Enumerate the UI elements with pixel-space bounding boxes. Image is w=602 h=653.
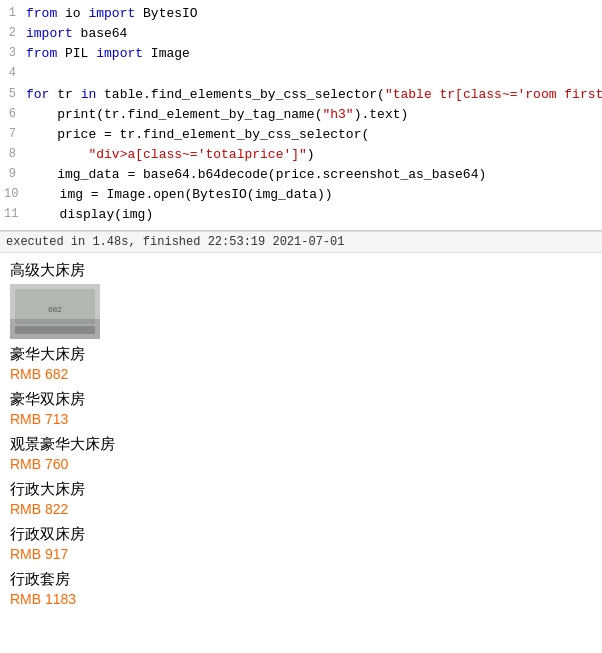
code-line-11: 11 display(img) [0,205,602,225]
thumbnail-svg: 682 [10,284,100,339]
code-line-6: 6 print(tr.find_element_by_tag_name("h3"… [0,105,602,125]
room-name: 行政套房 [10,570,592,589]
room-price: RMB 917 [10,546,592,562]
code-text: display(img) [28,205,598,225]
line-number: 6 [4,105,26,125]
line-number: 7 [4,125,26,145]
code-text: img = Image.open(BytesIO(img_data)) [28,185,598,205]
room-image-thumbnail: 682 [10,284,100,339]
line-number: 8 [4,145,26,165]
line-number: 5 [4,85,26,105]
room-name: 行政双床房 [10,525,592,544]
code-text: img_data = base64.b64decode(price.screen… [26,165,598,185]
room-name: 行政大床房 [10,480,592,499]
output-section: 高级大床房 682 豪华大床房 RMB 682 豪华双床房 RMB 713 观景… [0,253,602,623]
code-text: import base64 [26,24,598,44]
room-name: 观景豪华大床房 [10,435,592,454]
line-number: 9 [4,165,26,185]
svg-text:682: 682 [48,305,62,314]
code-line-7: 7 price = tr.find_element_by_css_selecto… [0,125,602,145]
code-line-5: 5 for tr in table.find_elements_by_css_s… [0,85,602,105]
code-line-8: 8 "div>a[class~='totalprice']") [0,145,602,165]
code-line-4: 4 [0,64,602,84]
code-text: for tr in table.find_elements_by_css_sel… [26,85,602,105]
execution-bar: executed in 1.48s, finished 22:53:19 202… [0,231,602,253]
code-line-3: 3 from PIL import Image [0,44,602,64]
line-number: 4 [4,64,26,84]
room-group-2: 豪华大床房 RMB 682 [10,345,592,382]
room-group-6: 行政双床房 RMB 917 [10,525,592,562]
room-price: RMB 1183 [10,591,592,607]
line-number: 1 [4,4,26,24]
line-number: 11 [4,205,28,225]
code-text: from io import BytesIO [26,4,598,24]
room-group-3: 豪华双床房 RMB 713 [10,390,592,427]
code-text [26,64,598,84]
code-text: print(tr.find_element_by_tag_name("h3").… [26,105,598,125]
code-text: from PIL import Image [26,44,598,64]
code-block: 1 from io import BytesIO 2 import base64… [0,0,602,231]
room-price: RMB 682 [10,366,592,382]
room-price: RMB 822 [10,501,592,517]
room-name: 豪华双床房 [10,390,592,409]
line-number: 2 [4,24,26,44]
room-price: RMB 760 [10,456,592,472]
room-name: 豪华大床房 [10,345,592,364]
room-group-4: 观景豪华大床房 RMB 760 [10,435,592,472]
code-line-1: 1 from io import BytesIO [0,4,602,24]
line-number: 3 [4,44,26,64]
svg-rect-2 [15,326,95,334]
code-text: "div>a[class~='totalprice']") [26,145,598,165]
code-line-9: 9 img_data = base64.b64decode(price.scre… [0,165,602,185]
execution-text: executed in 1.48s, finished 22:53:19 202… [6,235,344,249]
code-text: price = tr.find_element_by_css_selector( [26,125,598,145]
code-line-2: 2 import base64 [0,24,602,44]
room-price: RMB 713 [10,411,592,427]
room-group-5: 行政大床房 RMB 822 [10,480,592,517]
room-group-7: 行政套房 RMB 1183 [10,570,592,607]
line-number: 10 [4,185,28,205]
code-line-10: 10 img = Image.open(BytesIO(img_data)) [0,185,602,205]
room-name: 高级大床房 [10,261,592,280]
room-group-1: 高级大床房 682 [10,261,592,339]
